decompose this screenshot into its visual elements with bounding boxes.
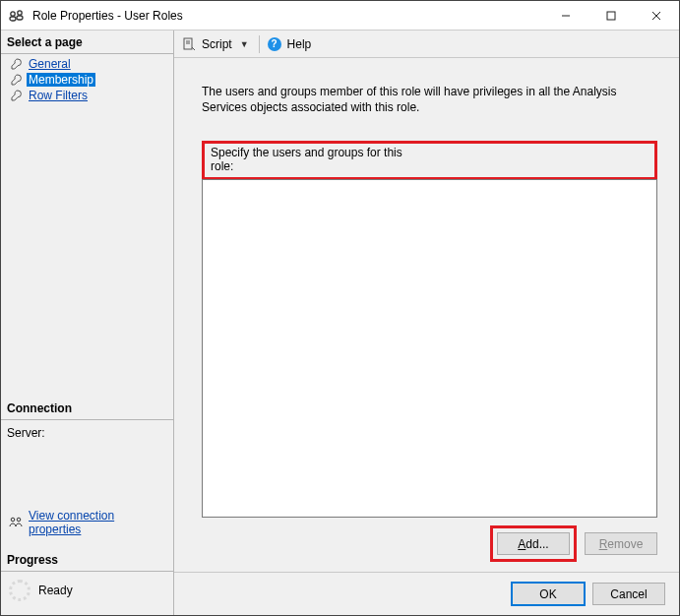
window-buttons (543, 1, 679, 30)
svg-rect-5 (607, 12, 615, 20)
sidebar-item-general[interactable]: General (1, 56, 173, 72)
description-text: The users and groups member of this role… (202, 84, 657, 115)
wrench-icon (11, 74, 23, 86)
wrench-icon (11, 90, 23, 101)
connection-body: Server: (1, 420, 173, 505)
svg-point-9 (17, 518, 21, 522)
wrench-icon (11, 58, 23, 70)
connection-header: Connection (1, 397, 173, 420)
dialog-body: Select a page General Membership (1, 31, 679, 615)
member-buttons-row: Add... Remove (202, 518, 657, 562)
select-page-header: Select a page (1, 31, 173, 54)
sidebar-item-label: General (27, 57, 73, 71)
window-title: Role Properties - User Roles (31, 9, 543, 23)
progress-spinner-icon (9, 580, 31, 601)
app-icon (9, 8, 25, 24)
add-button[interactable]: Add... (497, 532, 570, 555)
highlight-specify-label: Specify the users and groups for this ro… (202, 141, 657, 180)
cancel-button[interactable]: Cancel (592, 583, 665, 605)
sidebar-item-label: Membership (27, 73, 95, 87)
svg-rect-3 (17, 16, 23, 20)
dialog-window: Role Properties - User Roles Select a pa… (0, 0, 680, 616)
sidebar-item-label: Row Filters (27, 89, 90, 102)
maximize-button[interactable] (588, 1, 634, 30)
server-label: Server: (7, 426, 167, 440)
connection-link-row: View connection properties (1, 505, 173, 548)
sidebar-item-membership[interactable]: Membership (1, 72, 173, 88)
highlight-add-button: Add... (490, 525, 577, 562)
main-panel: Script ▼ ? Help The users and groups mem… (174, 31, 679, 615)
script-dropdown-icon[interactable]: ▼ (238, 39, 251, 49)
sidebar-spacer (1, 105, 173, 397)
ok-button[interactable]: OK (512, 583, 585, 605)
svg-point-8 (11, 518, 15, 522)
minimize-button[interactable] (543, 1, 588, 30)
titlebar: Role Properties - User Roles (1, 1, 679, 31)
content-area: The users and groups member of this role… (174, 58, 679, 572)
help-icon: ? (268, 37, 281, 51)
svg-point-0 (11, 11, 15, 15)
toolbar: Script ▼ ? Help (174, 31, 679, 58)
script-icon (182, 37, 196, 51)
svg-rect-1 (10, 17, 16, 21)
sidebar: Select a page General Membership (1, 31, 174, 615)
specify-label: Specify the users and groups for this ro… (205, 144, 433, 177)
help-button[interactable]: Help (287, 37, 312, 51)
toolbar-separator (259, 35, 260, 53)
sidebar-item-row-filters[interactable]: Row Filters (1, 88, 173, 103)
remove-button-label: Remove (599, 537, 644, 551)
dialog-footer: OK Cancel (174, 572, 679, 615)
view-connection-properties-link[interactable]: View connection properties (29, 509, 167, 536)
remove-button[interactable]: Remove (585, 532, 657, 555)
add-button-label: Add... (518, 537, 548, 551)
members-listbox[interactable] (202, 179, 657, 518)
script-button[interactable]: Script (202, 37, 232, 51)
progress-header: Progress (1, 548, 173, 572)
progress-status: Ready (38, 584, 73, 597)
page-list: General Membership Row Filters (1, 54, 173, 105)
progress-body: Ready (1, 572, 173, 615)
svg-point-2 (18, 10, 22, 14)
close-button[interactable] (634, 1, 679, 30)
connection-icon (9, 515, 23, 531)
